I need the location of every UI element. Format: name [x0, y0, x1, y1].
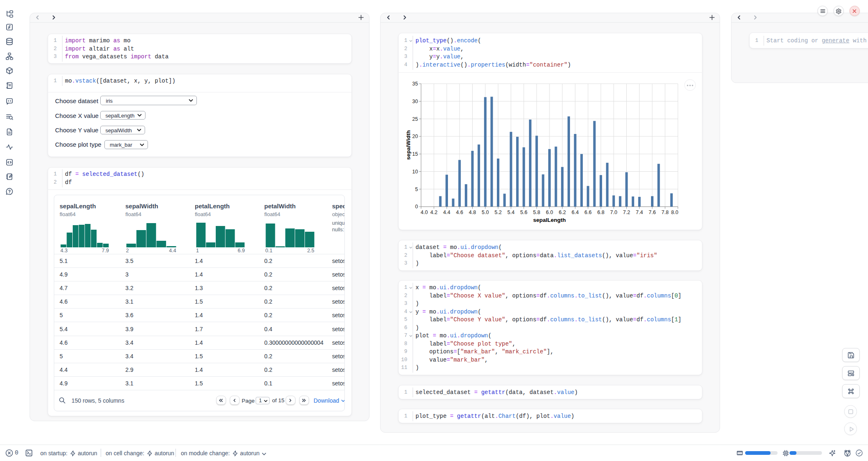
svg-text:35: 35 [412, 81, 418, 87]
svg-text:4.6: 4.6 [456, 210, 463, 215]
svg-text:sepalWidth: sepalWidth [405, 130, 411, 160]
svg-text:7.6: 7.6 [649, 210, 656, 215]
svg-text:7.4: 7.4 [636, 210, 643, 215]
svg-text:20: 20 [412, 134, 418, 139]
svg-text:8.0: 8.0 [671, 210, 678, 215]
svg-text:6.0: 6.0 [546, 210, 553, 215]
svg-text:7.8: 7.8 [662, 210, 669, 215]
svg-text:6.6: 6.6 [584, 210, 591, 215]
svg-text:15: 15 [412, 151, 418, 157]
svg-text:4.2: 4.2 [430, 210, 437, 215]
svg-text:5.4: 5.4 [508, 210, 515, 215]
svg-text:5.8: 5.8 [533, 210, 540, 215]
svg-text:7.0: 7.0 [610, 210, 617, 215]
svg-text:25: 25 [412, 116, 418, 122]
svg-text:5: 5 [415, 187, 418, 192]
svg-text:7.2: 7.2 [623, 210, 630, 215]
svg-text:5.0: 5.0 [482, 210, 489, 215]
svg-text:6.8: 6.8 [597, 210, 604, 215]
svg-text:4.8: 4.8 [469, 210, 476, 215]
svg-text:6.2: 6.2 [559, 210, 566, 215]
svg-text:sepalLength: sepalLength [533, 217, 566, 223]
svg-text:4.4: 4.4 [443, 210, 450, 215]
svg-text:5.2: 5.2 [494, 210, 501, 215]
svg-text:5.6: 5.6 [520, 210, 527, 215]
svg-text:30: 30 [412, 99, 418, 104]
svg-text:10: 10 [412, 169, 418, 175]
svg-text:4.0: 4.0 [421, 210, 428, 215]
svg-text:0: 0 [415, 204, 418, 210]
svg-text:6.4: 6.4 [572, 210, 579, 215]
